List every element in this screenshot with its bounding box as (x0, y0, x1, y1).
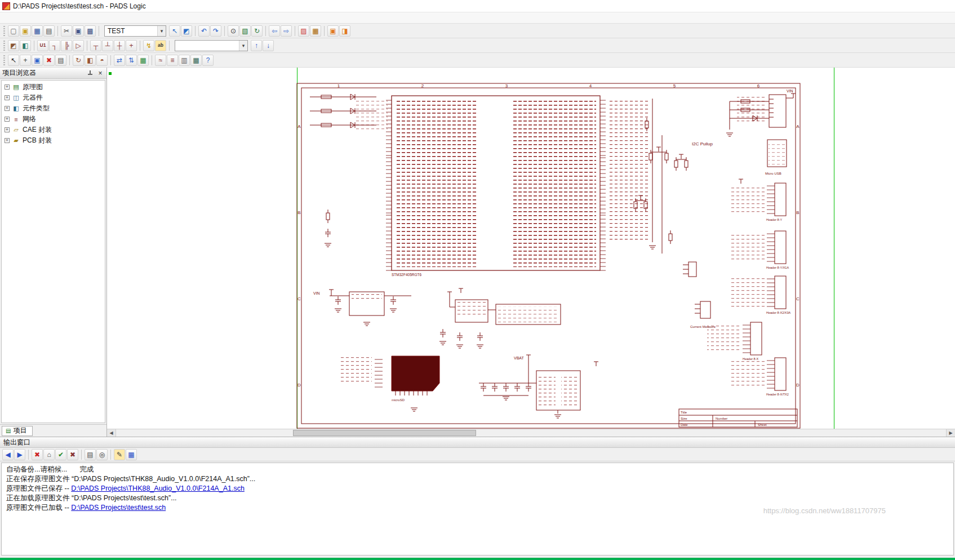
output-find-button[interactable]: ◎ (96, 449, 108, 460)
expander-icon[interactable]: + (5, 85, 10, 90)
junction-button[interactable]: ┼ (114, 40, 125, 51)
output-edit-button[interactable]: ✎ (114, 449, 125, 460)
open-button[interactable]: ▣ (20, 25, 31, 37)
toolbar-grip[interactable] (3, 41, 5, 51)
select-tool[interactable]: ↖ (8, 55, 19, 66)
print-button[interactable]: ▤ (43, 25, 55, 37)
properties-tool[interactable]: ▤ (55, 55, 66, 66)
help-tool[interactable]: ? (202, 55, 214, 66)
import-button[interactable]: ⇦ (269, 25, 280, 37)
expander-icon[interactable]: + (5, 95, 10, 100)
add-part-button[interactable]: U1 (37, 40, 48, 51)
offpage-button[interactable]: ▷ (73, 40, 84, 51)
up-hierarchy-button[interactable]: ↑ (251, 40, 262, 51)
new-button[interactable]: ▢ (8, 25, 19, 37)
menu-tools[interactable] (41, 17, 51, 19)
cut-button[interactable]: ✂ (61, 25, 72, 37)
output-forward-button[interactable]: ▶ (14, 449, 25, 460)
corner-button[interactable]: ┬ (90, 40, 101, 51)
output-print-button[interactable]: ▤ (85, 449, 96, 460)
toolbar-grip[interactable] (3, 55, 5, 65)
selection-filter-button[interactable]: ↖ (169, 25, 180, 37)
add-connection-button[interactable]: ┐ (49, 40, 60, 51)
text-button[interactable]: ab (155, 40, 166, 51)
board-view-button[interactable]: ▧ (239, 25, 251, 37)
separator (28, 450, 29, 460)
output-home-button[interactable]: ⌂ (43, 449, 55, 460)
menu-file[interactable] (0, 17, 10, 19)
output-stop-button[interactable]: ✖ (32, 449, 43, 460)
output-check-button[interactable]: ✔ (55, 449, 66, 460)
down-hierarchy-button[interactable]: ↓ (263, 40, 274, 51)
undo-button[interactable]: ↶ (198, 25, 210, 37)
redraw-button[interactable]: ↻ (251, 25, 263, 37)
chevron-down-icon[interactable]: ▾ (239, 41, 247, 51)
scroll-left-button[interactable]: ◀ (107, 429, 116, 437)
output-toolbar: ◀▶✖⌂✔✖▤◎✎▦ (0, 448, 955, 461)
tree-item-nets[interactable]: + ≡ 网络 (2, 114, 105, 125)
tree-item-cae-decals[interactable]: + ▱ CAE 封装 (2, 125, 105, 135)
pads-router-button[interactable]: ▣ (327, 25, 339, 37)
chevron-down-icon[interactable]: ▾ (157, 26, 166, 36)
toolbar-grip[interactable] (3, 26, 5, 36)
rearrange-tool[interactable]: ⇄ (114, 55, 125, 66)
design-toolbar-button[interactable]: ◩ (181, 25, 192, 37)
project-tab[interactable]: ▤ 项目 (2, 426, 33, 436)
library-button[interactable]: ▦ (310, 25, 321, 37)
tree-item-components[interactable]: + ◫ 元器件 (2, 92, 105, 103)
swap-tool[interactable]: ⇅ (126, 55, 137, 66)
tree-item-pcb-decals[interactable]: + ▰ PCB 封装 (2, 135, 105, 146)
paste-button[interactable]: ▩ (85, 25, 96, 37)
step-repeat-tool[interactable]: ▦ (137, 55, 149, 66)
pin-icon[interactable] (87, 70, 93, 76)
part-select-button[interactable]: ◧ (20, 40, 31, 51)
mirror-x-tool[interactable]: ◧ (85, 55, 96, 66)
add-bus-button[interactable]: ╠ (61, 40, 72, 51)
zoom-button[interactable]: ⊙ (228, 25, 239, 37)
move-tool[interactable]: + (20, 55, 31, 66)
schematic-canvas[interactable]: 1 2 3 4 5 6 A B C D A B C D (107, 68, 955, 437)
mirror-y-tool[interactable]: ◓ (96, 55, 108, 66)
expander-icon[interactable]: + (5, 106, 10, 111)
file-link[interactable]: D:\PADS Projects\test\test.sch (71, 504, 166, 512)
copy-tool[interactable]: ▣ (32, 55, 43, 66)
expander-icon[interactable]: + (5, 127, 10, 132)
expander-icon[interactable]: + (5, 117, 10, 122)
redo-button[interactable]: ↷ (210, 25, 221, 37)
file-link[interactable]: D:\PADS Projects\THK88_Audio_V1.0.0\F214… (71, 485, 245, 492)
add-pin-button[interactable]: + (126, 40, 137, 51)
output-delete-button[interactable]: ✖ (67, 449, 78, 460)
horizontal-scrollbar[interactable]: ◀ ▶ (107, 429, 955, 437)
delete-tool[interactable]: ✖ (43, 55, 55, 66)
pads-layout-button[interactable]: ◨ (339, 25, 350, 37)
rotate-tool[interactable]: ↻ (73, 55, 84, 66)
scrollbar-track[interactable] (116, 429, 946, 437)
expander-icon[interactable]: + (5, 138, 10, 143)
net-tool[interactable]: ≈ (155, 55, 166, 66)
gate-select-button[interactable]: ◩ (8, 40, 19, 51)
signal-combo[interactable]: ▾ (175, 40, 248, 51)
save-button[interactable]: ▦ (32, 25, 43, 37)
spark-button[interactable]: ↯ (143, 40, 154, 51)
color-setup-button[interactable]: ▨ (298, 25, 309, 37)
export-button[interactable]: ⇨ (281, 25, 292, 37)
tree-item-schematic[interactable]: + ▤ 原理图 (2, 82, 105, 92)
menu-setup[interactable] (30, 17, 41, 19)
menu-edit[interactable] (10, 17, 20, 19)
tree-item-part-types[interactable]: + ◧ 元件类型 (2, 103, 105, 114)
copy-button[interactable]: ▣ (73, 25, 84, 37)
output-back-button[interactable]: ◀ (2, 449, 14, 460)
close-icon[interactable]: × (96, 69, 104, 77)
menu-view[interactable] (20, 17, 30, 19)
tee-button[interactable]: ┴ (102, 40, 113, 51)
output-table-button[interactable]: ▦ (126, 449, 137, 460)
output-log[interactable]: 自动备份...请稍候...完成 正在保存原理图文件 “D:\PADS Proje… (1, 463, 954, 555)
bus-tool[interactable]: ≡ (167, 55, 178, 66)
spreadsheet-tool[interactable]: ▦ (190, 55, 202, 66)
scheme-combo[interactable]: TEST ▾ (104, 25, 166, 37)
macro-tool[interactable]: ▥ (179, 55, 190, 66)
scroll-right-button[interactable]: ▶ (946, 429, 955, 437)
schematic-sheet[interactable]: 1 2 3 4 5 6 A B C D A B C D (107, 68, 955, 429)
scrollbar-thumb[interactable] (293, 430, 476, 436)
menu-help[interactable] (51, 17, 61, 19)
